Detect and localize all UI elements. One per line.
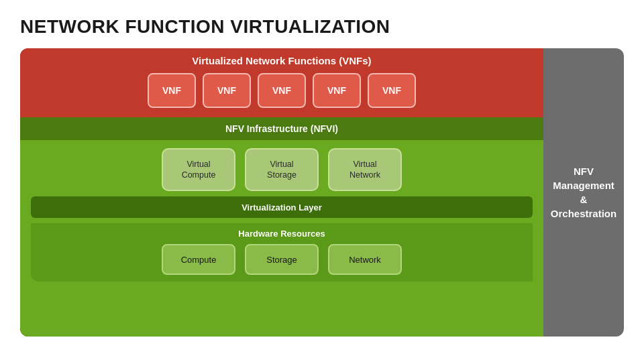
virtualization-layer: Virtualization Layer [31,196,533,218]
nfvi-title-bar: NFV Infrastructure (NFVI) [20,117,543,140]
page: NETWORK FUNCTION VIRTUALIZATION Virtuali… [0,0,644,362]
vnf-boxes: VNF VNF VNF VNF VNF [31,73,533,108]
network-box: Network [328,244,402,275]
vnf-box-3: VNF [258,73,306,108]
nfvi-content: VirtualCompute VirtualStorage VirtualNet… [20,140,543,337]
vnf-box-1: VNF [148,73,196,108]
vnf-box-4: VNF [313,73,361,108]
left-panel: Virtualized Network Functions (VNFs) VNF… [20,48,543,337]
hardware-boxes: Compute Storage Network [39,244,525,275]
vnf-section-title: Virtualized Network Functions (VNFs) [31,55,533,66]
nfvi-title: NFV Infrastructure (NFVI) [225,123,338,134]
storage-box: Storage [245,244,319,275]
hardware-section: Hardware Resources Compute Storage Netwo… [31,223,533,282]
virtualization-layer-label: Virtualization Layer [241,202,322,213]
virtual-compute-box: VirtualCompute [162,148,235,191]
virtual-storage-box: VirtualStorage [245,148,319,191]
nfv-management-label: NFVManagement&Orchestration [551,164,616,221]
hardware-title: Hardware Resources [39,229,525,239]
virtual-network-box: VirtualNetwork [328,148,402,191]
vnf-box-2: VNF [203,73,251,108]
compute-box: Compute [162,244,235,275]
right-panel: NFVManagement&Orchestration [543,48,624,337]
vnf-section: Virtualized Network Functions (VNFs) VNF… [20,48,543,117]
main-container: Virtualized Network Functions (VNFs) VNF… [20,48,624,337]
nfvi-section: NFV Infrastructure (NFVI) VirtualCompute… [20,117,543,337]
virtual-boxes: VirtualCompute VirtualStorage VirtualNet… [31,148,533,191]
vnf-box-5: VNF [368,73,416,108]
page-title: NETWORK FUNCTION VIRTUALIZATION [20,16,624,38]
